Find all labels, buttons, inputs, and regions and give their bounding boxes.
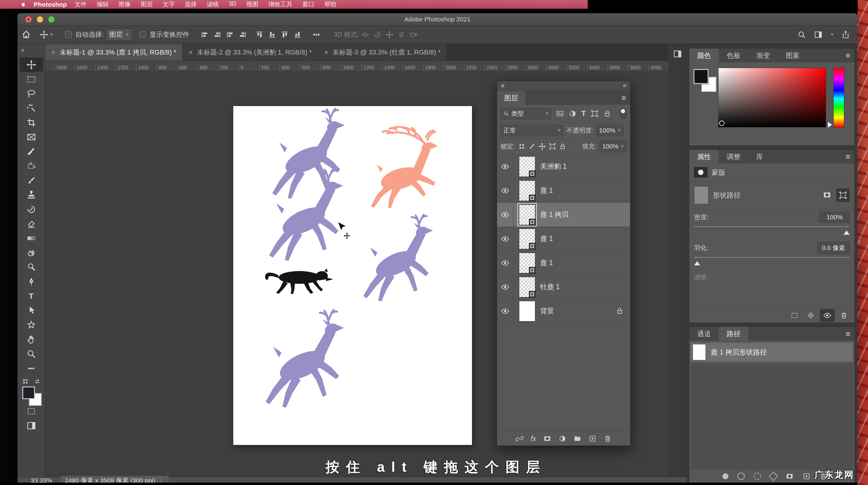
chevron-down-icon[interactable]: ˅ — [831, 32, 834, 38]
new-adjustment-layer-icon[interactable] — [558, 435, 566, 443]
properties-panel-tab[interactable]: 库 — [748, 150, 771, 164]
layer-row[interactable]: 鹿 1 — [497, 227, 630, 251]
workspace-switcher-icon[interactable] — [814, 30, 823, 39]
smudge-tool[interactable] — [20, 246, 43, 260]
search-icon[interactable] — [798, 30, 806, 39]
layer-thumbnail[interactable] — [519, 204, 535, 225]
new-layer-icon[interactable] — [589, 435, 596, 443]
toolbar-collapse-icon[interactable]: » — [21, 46, 24, 53]
deer-shape-purple-2[interactable] — [259, 168, 356, 264]
home-icon[interactable] — [22, 30, 31, 39]
layer-thumbnail[interactable] — [519, 229, 535, 249]
feather-slider[interactable] — [694, 256, 849, 264]
dodge-tool[interactable] — [20, 260, 43, 274]
new-path-icon[interactable] — [803, 472, 810, 480]
filter-type-layers-icon[interactable]: T — [581, 109, 586, 118]
layer-row[interactable]: 鹿 1 拷贝 — [497, 203, 630, 227]
layer-name[interactable]: 背景 — [540, 306, 554, 316]
opacity-field[interactable]: 100% ˅ — [596, 125, 624, 136]
layer-visibility-toggle[interactable] — [497, 155, 514, 178]
filter-shape-layers-icon[interactable] — [591, 110, 598, 118]
vector-mask-button[interactable] — [836, 189, 849, 202]
layer-visibility-toggle[interactable] — [497, 203, 514, 227]
type-tool[interactable]: T — [20, 289, 43, 303]
tab-close-icon[interactable]: × — [189, 48, 193, 57]
layer-filtering-toggle[interactable] — [620, 108, 627, 119]
3d-slide-icon[interactable] — [398, 31, 405, 38]
stag-shape-salmon[interactable] — [358, 126, 448, 209]
path-row[interactable]: 鹿 1 拷贝形状路径 — [690, 343, 853, 362]
filter-type-dropdown[interactable]: 类型 ˅ — [501, 108, 551, 119]
lock-paint-icon[interactable] — [528, 143, 535, 150]
share-icon[interactable] — [841, 30, 850, 39]
path-as-selection-icon[interactable] — [754, 473, 761, 480]
lock-all-icon[interactable] — [559, 143, 566, 150]
menu-item[interactable]: 滤镜 — [207, 0, 219, 8]
layer-row[interactable]: 鹿 1 — [497, 251, 630, 275]
properties-panel-tab[interactable]: 属性 — [689, 150, 719, 164]
deer-shape-purple-3[interactable] — [361, 214, 438, 304]
layer-row[interactable]: 美洲豹 1 — [497, 155, 630, 179]
feather-value[interactable]: 0.0 像素 — [817, 242, 849, 254]
feather-slider-thumb[interactable] — [694, 258, 700, 265]
shape-tool[interactable] — [20, 318, 43, 332]
filter-adjustment-layers-icon[interactable] — [569, 110, 577, 118]
panel-menu-icon[interactable]: ≡ — [846, 51, 850, 60]
apple-menu-icon[interactable] — [20, 1, 27, 8]
layer-visibility-toggle[interactable] — [497, 299, 514, 323]
menu-item[interactable]: 增效工具 — [268, 0, 292, 8]
foreground-color-swatch[interactable] — [693, 69, 709, 84]
color-panel-tab[interactable]: 渐变 — [748, 48, 778, 62]
path-thumbnail[interactable] — [692, 344, 706, 360]
healing-brush-tool[interactable] — [20, 159, 43, 173]
screen-mode-button[interactable] — [20, 418, 43, 433]
auto-select-dropdown[interactable]: 图层 ˅ — [106, 29, 132, 41]
history-brush-tool[interactable] — [20, 202, 43, 217]
color-panel-tab[interactable]: 色板 — [719, 48, 748, 62]
3d-roll-icon[interactable] — [373, 31, 381, 38]
collapsed-panel-icon[interactable] — [673, 50, 682, 59]
menu-item[interactable]: 图层 — [141, 0, 153, 8]
layer-thumbnail[interactable] — [519, 277, 535, 297]
eyedropper-tool[interactable] — [20, 144, 43, 159]
delete-mask-icon[interactable] — [837, 310, 851, 321]
layer-thumbnail[interactable] — [519, 156, 535, 177]
layer-style-icon[interactable]: fx — [531, 435, 536, 443]
brush-tool[interactable] — [20, 173, 43, 188]
panel-menu-icon[interactable]: ≡ — [621, 93, 626, 103]
layers-panel-grip[interactable]: × « — [497, 81, 630, 91]
new-group-icon[interactable] — [574, 435, 581, 443]
3d-camera-icon[interactable] — [410, 31, 417, 38]
artboard[interactable] — [233, 106, 472, 445]
lock-position-icon[interactable] — [538, 143, 546, 150]
foreground-background-swatches[interactable] — [22, 387, 41, 404]
filter-smart-objects-icon[interactable] — [603, 110, 611, 118]
layer-thumbnail[interactable] — [519, 301, 535, 321]
gradient-tool[interactable] — [20, 231, 43, 246]
distribute-h-icon[interactable] — [239, 31, 247, 38]
shape-path-thumbnail[interactable] — [694, 186, 709, 204]
marquee-tool[interactable] — [20, 72, 43, 87]
edit-toolbar-icon[interactable]: ••• — [20, 361, 43, 376]
align-right-icon[interactable] — [226, 31, 234, 38]
chevron-down-icon[interactable]: ˅ — [50, 32, 53, 38]
layer-name[interactable]: 美洲豹 1 — [540, 162, 567, 171]
fill-path-icon[interactable] — [722, 473, 728, 479]
panel-menu-icon[interactable]: ≡ — [846, 152, 850, 161]
color-picker-cursor[interactable] — [719, 121, 724, 126]
density-value[interactable]: 100% — [819, 212, 849, 223]
lock-transparent-icon[interactable] — [518, 143, 525, 150]
layer-name[interactable]: 鹿 1 — [540, 234, 553, 244]
saturation-brightness-field[interactable] — [718, 68, 826, 127]
document-tab[interactable]: × 未标题-2 @ 33.3% (美洲豹 1, RGB/8) * — [183, 44, 318, 61]
add-layer-mask-icon[interactable] — [544, 435, 551, 443]
menu-item[interactable]: 编辑 — [97, 0, 109, 8]
move-tool-icon[interactable] — [40, 30, 48, 39]
eraser-tool[interactable] — [20, 217, 43, 231]
3d-pan-icon[interactable] — [385, 31, 393, 38]
properties-panel-tab[interactable]: 调整 — [719, 150, 748, 164]
pen-tool[interactable] — [20, 274, 43, 289]
zoom-tool[interactable] — [20, 347, 43, 361]
layer-name[interactable]: 鹿 1 — [540, 186, 553, 195]
collapse-panel-icon[interactable]: « — [623, 82, 627, 90]
